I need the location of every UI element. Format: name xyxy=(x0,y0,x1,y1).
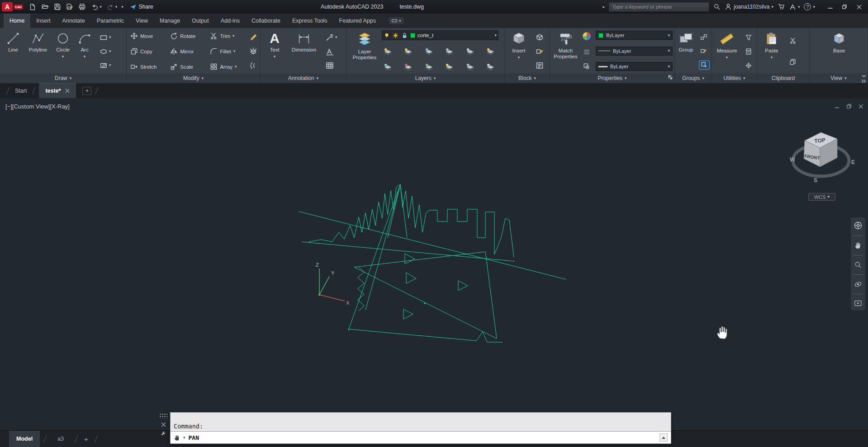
linetype-select[interactable]: ByLayer ▾ xyxy=(596,47,673,56)
tab-featured-apps[interactable]: Featured Apps xyxy=(333,14,382,28)
layer-lock-button[interactable] xyxy=(444,47,455,56)
drawing-viewport[interactable]: [−][Custom View][X-Ray] W S E TOP FRONT … xyxy=(0,98,868,430)
panel-label-groups[interactable]: Groups▾ xyxy=(675,73,711,83)
pan-tool-icon[interactable] xyxy=(854,241,862,249)
search-box[interactable] xyxy=(609,2,709,12)
text-button[interactable]: A Text ▾ xyxy=(263,29,286,73)
search-input[interactable] xyxy=(612,4,706,9)
tab-collaborate[interactable]: Collaborate xyxy=(246,14,286,28)
layer-dropdown-icon[interactable]: ▾ xyxy=(494,33,497,38)
recent-commands-icon[interactable]: ▾ xyxy=(183,435,185,440)
list-properties-button[interactable] xyxy=(582,48,592,56)
command-history[interactable]: Command: xyxy=(170,412,671,432)
object-color-select[interactable]: ByLayer ▾ xyxy=(596,31,673,40)
zoom-tool-icon[interactable] xyxy=(854,261,862,269)
copy-button[interactable]: Copy xyxy=(129,47,167,56)
file-tab-start[interactable]: Start xyxy=(13,88,28,94)
dialog-launcher-icon[interactable] xyxy=(668,75,673,80)
color-wheel-button[interactable] xyxy=(581,31,592,41)
ungroup-button[interactable] xyxy=(699,33,710,41)
layer-freeze-button[interactable] xyxy=(424,47,434,56)
panel-overflow-icon[interactable] xyxy=(861,79,866,83)
edit-block-button[interactable] xyxy=(535,47,545,56)
text-style-button[interactable] xyxy=(325,47,338,56)
ribbon-collapse-icon[interactable] xyxy=(862,75,866,78)
close-tab-icon[interactable] xyxy=(65,89,70,93)
panel-label-clipboard[interactable]: Clipboard xyxy=(757,73,809,83)
layer-color-swatch[interactable] xyxy=(410,33,415,38)
panel-label-utilities[interactable]: Utilities▾ xyxy=(712,73,757,83)
showmotion-tool-icon[interactable] xyxy=(854,300,862,307)
offset-button[interactable] xyxy=(248,61,258,70)
command-customize-icon[interactable] xyxy=(161,431,166,437)
rectangle-button[interactable]: ▾ xyxy=(99,33,112,42)
dimension-button[interactable]: Dimension xyxy=(288,29,320,73)
new-layout-button[interactable]: + xyxy=(81,435,91,443)
layout-tab-a3[interactable]: a3 xyxy=(50,431,71,447)
panel-label-view[interactable]: View▾ xyxy=(810,73,868,83)
drag-grip-icon[interactable] xyxy=(159,413,167,419)
stretch-button[interactable]: Stretch xyxy=(129,62,167,71)
erase-button[interactable] xyxy=(248,33,258,42)
tab-output[interactable]: Output xyxy=(186,14,215,28)
cut-button[interactable] xyxy=(788,37,798,45)
line-button[interactable]: Line xyxy=(3,29,24,73)
orbit-tool-icon[interactable] xyxy=(854,280,863,288)
save-as-button[interactable] xyxy=(65,2,74,11)
circle-button[interactable]: Circle ▾ xyxy=(52,29,73,73)
command-history-expand-button[interactable] xyxy=(659,433,668,442)
layer-off-button[interactable] xyxy=(383,47,393,56)
viewport-restore-icon[interactable] xyxy=(846,104,852,109)
quick-calc-button[interactable] xyxy=(744,47,754,56)
move-button[interactable]: Move xyxy=(129,32,167,40)
mirror-button[interactable]: Mirror xyxy=(169,47,207,56)
tab-add-ins[interactable]: Add-ins xyxy=(215,14,246,28)
lineweight-select[interactable]: ByLayer ▾ xyxy=(596,62,673,71)
measure-dropdown-icon[interactable]: ▾ xyxy=(726,56,728,60)
measure-button[interactable]: Measure ▾ xyxy=(715,29,739,73)
layer-on-all-button[interactable] xyxy=(424,63,434,71)
search-icon[interactable] xyxy=(713,3,721,10)
layer-match-button[interactable] xyxy=(465,47,475,56)
viewport-close-icon[interactable] xyxy=(859,104,863,109)
rotate-button[interactable]: Rotate xyxy=(169,32,207,40)
leader-button[interactable]: ▾ xyxy=(325,33,338,42)
paste-dropdown-icon[interactable]: ▾ xyxy=(771,56,773,60)
layer-select[interactable]: corte_t ▾ xyxy=(382,30,498,40)
layer-walk-button[interactable] xyxy=(485,63,496,71)
account-menu[interactable]: joana1102silva ▾ xyxy=(725,3,773,10)
fillet-button[interactable]: Fillet▾ xyxy=(209,47,244,56)
panel-label-annotation[interactable]: Annotation▾ xyxy=(261,73,346,83)
share-button[interactable]: Share xyxy=(129,4,153,10)
array-button[interactable]: Array▾ xyxy=(209,62,244,71)
layer-unlock-button[interactable] xyxy=(465,63,475,71)
circle-dropdown-icon[interactable]: ▾ xyxy=(62,55,64,59)
quick-select-button[interactable] xyxy=(744,33,754,42)
layer-lock-icon[interactable] xyxy=(401,32,408,39)
window-close-button[interactable] xyxy=(853,1,865,12)
autodesk-app-menu[interactable]: ▾ xyxy=(789,4,800,10)
tab-view[interactable]: View xyxy=(130,14,154,28)
explode-button[interactable] xyxy=(248,47,258,56)
text-dropdown-icon[interactable]: ▾ xyxy=(274,55,276,59)
base-button[interactable]: Base xyxy=(827,29,851,73)
panel-label-modify[interactable]: Modify▾ xyxy=(127,73,260,83)
panel-label-properties[interactable]: Properties▾ xyxy=(550,73,674,83)
viewcube-graphic[interactable]: W S E TOP FRONT xyxy=(789,125,857,188)
tab-manage[interactable]: Manage xyxy=(154,14,186,28)
help-menu[interactable]: ? ▾ xyxy=(804,3,815,10)
trim-button[interactable]: Trim▾ xyxy=(209,32,244,40)
insert-dropdown-icon[interactable]: ▾ xyxy=(518,56,520,60)
layer-thaw-icon[interactable] xyxy=(392,32,399,39)
match-properties-button[interactable]: Match Properties xyxy=(553,29,579,73)
cart-icon[interactable] xyxy=(778,3,785,10)
paste-button[interactable]: Paste ▾ xyxy=(760,29,783,73)
search-history-icon[interactable]: ▸ xyxy=(603,5,605,9)
model-tab[interactable]: Model xyxy=(9,431,40,447)
open-file-button[interactable] xyxy=(40,2,50,11)
ribbon-display-toggle[interactable]: ▾ xyxy=(388,17,405,25)
viewport-controls-label[interactable]: [−][Custom View][X-Ray] xyxy=(5,103,70,110)
autocad-logo[interactable]: A CAD xyxy=(2,2,23,11)
layer-properties-button[interactable]: Layer Properties xyxy=(349,29,380,73)
file-tab-teste[interactable]: teste* xyxy=(39,83,76,98)
